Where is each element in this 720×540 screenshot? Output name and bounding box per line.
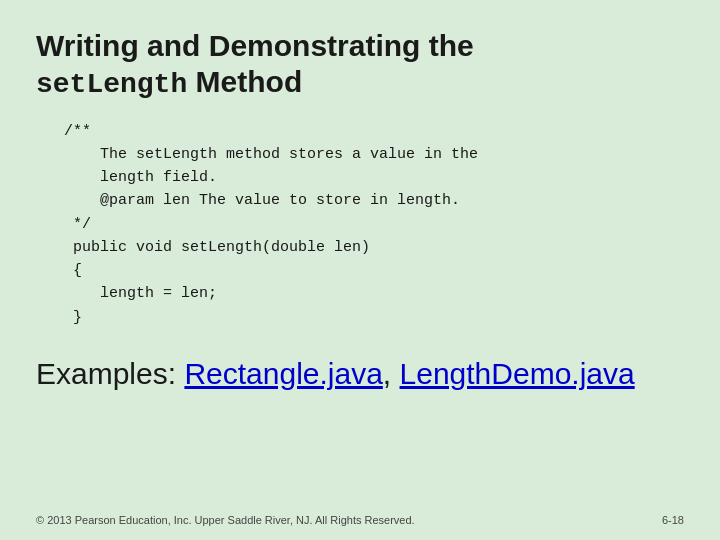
code-line: /** (64, 120, 684, 143)
code-line: length = len; (64, 282, 684, 305)
footer-slide-number: 6-18 (662, 514, 684, 526)
footer-copyright: © 2013 Pearson Education, Inc. Upper Sad… (36, 514, 415, 526)
lengthdemo-java-link[interactable]: LengthDemo.java (400, 357, 635, 390)
code-block: /** The setLength method stores a value … (36, 120, 684, 329)
title-area: Writing and Demonstrating the setLength … (36, 28, 684, 102)
code-line: public void setLength(double len) (64, 236, 684, 259)
code-line: */ (64, 213, 684, 236)
code-line: The setLength method stores a value in t… (64, 143, 684, 166)
examples-separator: , (383, 357, 400, 390)
footer: © 2013 Pearson Education, Inc. Upper Sad… (0, 514, 720, 526)
title-normal: Method (187, 65, 302, 98)
rectangle-java-link[interactable]: Rectangle.java (184, 357, 382, 390)
code-line: } (64, 306, 684, 329)
code-line: @param len The value to store in length. (64, 189, 684, 212)
code-line: length field. (64, 166, 684, 189)
title-line1: Writing and Demonstrating the (36, 28, 684, 64)
title-line2: setLength Method (36, 64, 684, 102)
examples-label: Examples: (36, 357, 184, 390)
slide-container: Writing and Demonstrating the setLength … (0, 0, 720, 540)
title-mono: setLength (36, 69, 187, 100)
code-line: { (64, 259, 684, 282)
examples-area: Examples: Rectangle.java, LengthDemo.jav… (36, 357, 684, 391)
